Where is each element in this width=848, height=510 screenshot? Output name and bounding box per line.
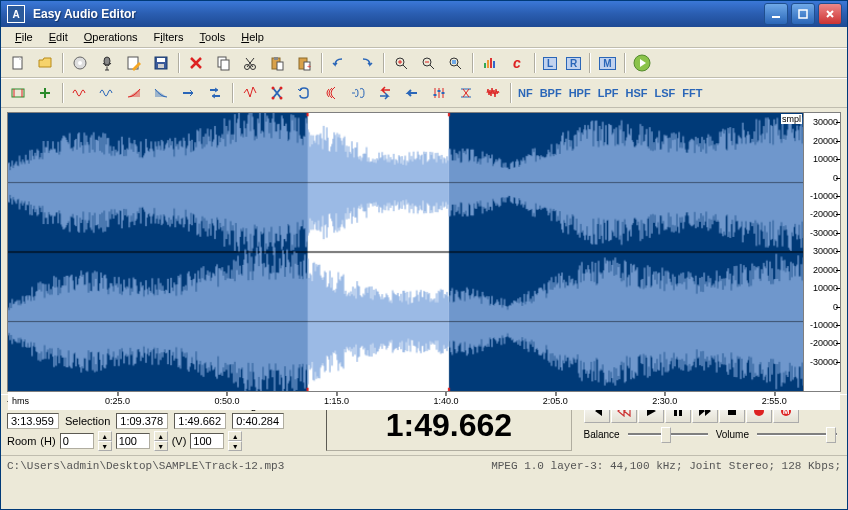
room-h-value[interactable]: 0 bbox=[60, 433, 94, 449]
filter-lsf[interactable]: LSF bbox=[651, 87, 678, 99]
amplitude-scale: 3000020000100000-10000-20000-30000300002… bbox=[803, 113, 840, 391]
filter-hpf[interactable]: HPF bbox=[566, 87, 594, 99]
zoom-in-icon[interactable] bbox=[388, 51, 414, 75]
waveform-area[interactable]: smpl 3000020000100000-10000-20000-300003… bbox=[7, 112, 841, 392]
delete-icon[interactable] bbox=[183, 51, 209, 75]
room-label: Room bbox=[7, 435, 36, 447]
room-hv-value[interactable]: 100 bbox=[116, 433, 150, 449]
zoom-out-icon[interactable] bbox=[415, 51, 441, 75]
reverb-icon[interactable] bbox=[345, 81, 371, 105]
svg-rect-26 bbox=[490, 58, 492, 68]
sel-set-icon[interactable] bbox=[5, 81, 31, 105]
save-icon[interactable] bbox=[148, 51, 174, 75]
filter-nf[interactable]: NF bbox=[515, 87, 536, 99]
compress-icon[interactable] bbox=[453, 81, 479, 105]
shift-icon[interactable] bbox=[202, 81, 228, 105]
spectrum-icon[interactable] bbox=[477, 51, 503, 75]
loop-icon[interactable] bbox=[291, 81, 317, 105]
normalize-icon[interactable] bbox=[175, 81, 201, 105]
room-hv-down[interactable]: ▼ bbox=[154, 441, 168, 451]
zoom-sel-icon[interactable] bbox=[442, 51, 468, 75]
edit-icon[interactable] bbox=[121, 51, 147, 75]
fade-in-icon[interactable] bbox=[121, 81, 147, 105]
svg-point-33 bbox=[280, 97, 283, 100]
amplify-icon[interactable] bbox=[237, 81, 263, 105]
cd-icon[interactable] bbox=[67, 51, 93, 75]
menu-edit[interactable]: Edit bbox=[41, 29, 76, 45]
svg-rect-8 bbox=[157, 58, 165, 62]
time-tick: 2:55.0 bbox=[762, 396, 787, 406]
svg-point-32 bbox=[272, 97, 275, 100]
amp-tick: 30000 bbox=[813, 117, 838, 127]
room-hv-up[interactable]: ▲ bbox=[154, 431, 168, 441]
channel-right-button[interactable]: R bbox=[562, 51, 585, 75]
room-v-down[interactable]: ▼ bbox=[228, 441, 242, 451]
menu-operations[interactable]: Operations bbox=[76, 29, 146, 45]
waveform-canvas[interactable] bbox=[8, 113, 840, 391]
mic-icon[interactable] bbox=[94, 51, 120, 75]
time-axis: hms 0:25.00:50.01:15.01:40.02:05.02:30.0… bbox=[8, 391, 840, 410]
svg-point-31 bbox=[280, 87, 283, 90]
fade-out-icon[interactable] bbox=[148, 81, 174, 105]
noise-icon[interactable] bbox=[480, 81, 506, 105]
room-v-up[interactable]: ▲ bbox=[228, 431, 242, 441]
paste-new-icon[interactable]: + bbox=[291, 51, 317, 75]
reverse-icon[interactable] bbox=[372, 81, 398, 105]
invert-icon[interactable] bbox=[399, 81, 425, 105]
channel-left-button[interactable]: L bbox=[539, 51, 561, 75]
cut-icon[interactable] bbox=[237, 51, 263, 75]
start-value[interactable]: 1:09.378 bbox=[116, 413, 168, 429]
end-value[interactable]: 1:49.662 bbox=[174, 413, 226, 429]
length-value[interactable]: 0:40.284 bbox=[232, 413, 284, 429]
balance-slider[interactable] bbox=[628, 427, 708, 441]
redo-icon[interactable] bbox=[353, 51, 379, 75]
copy-icon[interactable] bbox=[210, 51, 236, 75]
svg-point-4 bbox=[78, 61, 82, 65]
app-icon: A bbox=[7, 5, 25, 23]
svg-rect-11 bbox=[221, 60, 229, 70]
amp-tick: -30000 bbox=[810, 228, 838, 238]
svg-rect-34 bbox=[434, 94, 437, 96]
menu-filters[interactable]: Filters bbox=[146, 29, 192, 45]
volume-label: Volume bbox=[716, 429, 749, 440]
room-h-down[interactable]: ▼ bbox=[98, 441, 112, 451]
time-tick: 0:50.0 bbox=[214, 396, 239, 406]
amp-tick: 20000 bbox=[813, 136, 838, 146]
volume-slider[interactable] bbox=[757, 427, 837, 441]
sel-add-icon[interactable] bbox=[32, 81, 58, 105]
menu-file[interactable]: File bbox=[7, 29, 41, 45]
toolbar-1: + c L R M bbox=[1, 48, 847, 78]
wave-red-icon[interactable] bbox=[67, 81, 93, 105]
mix-icon[interactable] bbox=[264, 81, 290, 105]
new-file-icon[interactable] bbox=[5, 51, 31, 75]
menu-help[interactable]: Help bbox=[233, 29, 272, 45]
amp-tick: -10000 bbox=[810, 320, 838, 330]
svg-point-30 bbox=[272, 87, 275, 90]
undo-icon[interactable] bbox=[326, 51, 352, 75]
menubar: File Edit Operations Filters Tools Help bbox=[1, 27, 847, 48]
clear-icon[interactable]: c bbox=[504, 51, 530, 75]
amp-tick: 20000 bbox=[813, 265, 838, 275]
balance-label: Balance bbox=[584, 429, 620, 440]
svg-rect-15 bbox=[274, 57, 278, 60]
menu-tools[interactable]: Tools bbox=[192, 29, 234, 45]
amplitude-unit-label: smpl bbox=[781, 114, 802, 124]
room-v-value[interactable]: 100 bbox=[190, 433, 224, 449]
filter-lpf[interactable]: LPF bbox=[595, 87, 622, 99]
close-button[interactable] bbox=[818, 3, 842, 25]
paste-icon[interactable] bbox=[264, 51, 290, 75]
marker-icon[interactable]: M bbox=[594, 51, 620, 75]
toolbar-2: NF BPF HPF LPF HSF LSF FFT bbox=[1, 78, 847, 108]
echo-icon[interactable] bbox=[318, 81, 344, 105]
filter-hsf[interactable]: HSF bbox=[622, 87, 650, 99]
filter-bpf[interactable]: BPF bbox=[537, 87, 565, 99]
minimize-button[interactable] bbox=[764, 3, 788, 25]
open-file-icon[interactable] bbox=[32, 51, 58, 75]
filter-fft[interactable]: FFT bbox=[679, 87, 705, 99]
room-h-up[interactable]: ▲ bbox=[98, 431, 112, 441]
play-hd-icon[interactable] bbox=[629, 51, 655, 75]
eq-icon[interactable] bbox=[426, 81, 452, 105]
amp-tick: 0 bbox=[833, 302, 838, 312]
maximize-button[interactable] bbox=[791, 3, 815, 25]
wave-blue-icon[interactable] bbox=[94, 81, 120, 105]
